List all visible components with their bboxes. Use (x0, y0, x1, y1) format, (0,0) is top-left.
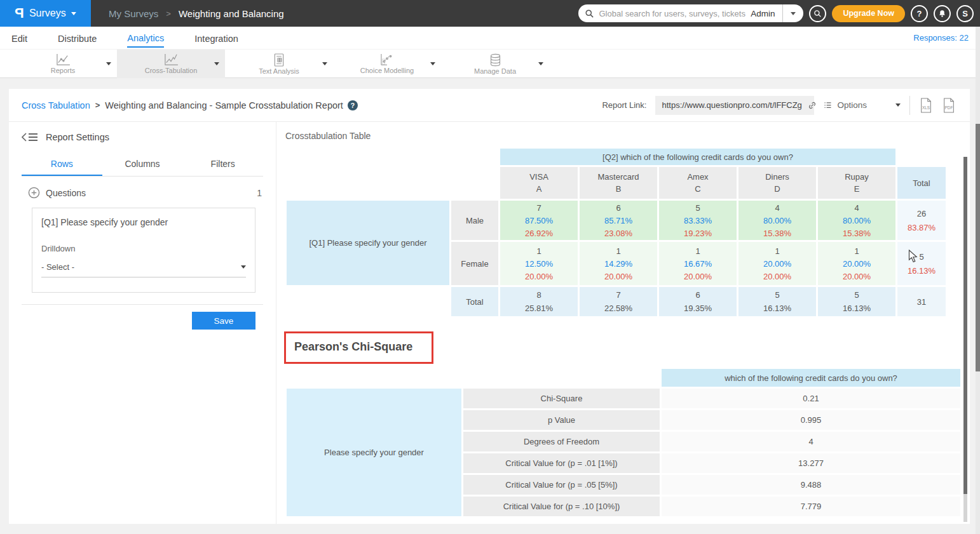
report-link-url[interactable]: https://www.questionpro.com/t/lFFCZg (662, 100, 801, 110)
data-cell: 685.71%23.08% (580, 201, 657, 240)
column-header: VISAA (500, 167, 578, 199)
choice-modelling-dropdown-icon[interactable] (430, 62, 435, 65)
chevron-down-icon (71, 12, 76, 15)
tab-filters[interactable]: Filters (182, 154, 263, 176)
global-search[interactable]: Admin (578, 4, 803, 22)
list-icon (823, 100, 833, 110)
report-settings-panel: Report Settings Rows Columns Filters Que… (9, 122, 276, 524)
toolbar-reports[interactable]: Reports (9, 50, 117, 78)
manage-data-dropdown-icon[interactable] (538, 62, 543, 65)
toolbar-text-analysis[interactable]: Text Analysis (225, 50, 333, 78)
report-link-field[interactable]: https://www.questionpro.com/t/lFFCZg (655, 96, 814, 115)
page-scrollbar-thumb[interactable] (976, 124, 980, 371)
data-cell: 480.00%15.38% (818, 201, 895, 240)
search-input[interactable] (599, 9, 751, 18)
chi-stat-value: 4 (662, 432, 960, 451)
questions-count: 1 (257, 188, 262, 198)
chi-stat-label: p Value (463, 410, 660, 430)
question-text: [Q1] Please specify your gender (41, 217, 246, 227)
line-chart-icon (163, 53, 179, 66)
page-scrollbar[interactable] (976, 27, 980, 534)
drilldown-selected-value: - Select - (41, 262, 74, 272)
chevron-down-icon (241, 265, 246, 269)
annotation-highlight-box: Pearson's Chi-Square (284, 331, 433, 364)
link-icon[interactable] (807, 100, 817, 110)
collapse-panel-icon[interactable] (22, 133, 38, 142)
top-bar-actions: Admin Upgrade Now ? S (578, 0, 974, 27)
toolbar-choice-modelling[interactable]: Choice Modelling (333, 50, 441, 78)
report-header-actions: Report Link: https://www.questionpro.com… (602, 96, 956, 115)
chi-stat-label: Critical Value for (p = .05 [5%]) (463, 475, 660, 495)
notifications-button[interactable] (934, 5, 951, 22)
chi-stat-label: Degrees of Freedom (463, 432, 660, 451)
question-item[interactable]: [Q1] Please specify your gender Drilldow… (32, 208, 255, 293)
cross-tabulation-dropdown-icon[interactable] (214, 62, 219, 65)
report-header: Cross Tabulation > Weighting and Balanci… (9, 89, 970, 122)
line-chart-icon (55, 53, 71, 66)
user-avatar[interactable]: S (956, 5, 974, 22)
search-button[interactable] (809, 5, 826, 22)
plus-circle-icon[interactable] (28, 187, 40, 199)
data-cell: 583.33%19.23% (659, 201, 737, 240)
total-cell: 825.81% (500, 287, 578, 316)
total-cell: 619.35% (659, 287, 737, 316)
svg-text:XLS: XLS (922, 105, 930, 110)
content-scrollbar[interactable] (963, 157, 967, 524)
tab-integration[interactable]: Integration (194, 29, 238, 47)
options-dropdown-icon (895, 103, 901, 107)
chi-row-header: Please specify your gender (287, 389, 461, 516)
total-cell: 516.13% (738, 287, 816, 316)
options-label: Options (837, 100, 867, 110)
toolbar-cross-tabulation[interactable]: Cross-Tabulation (117, 50, 225, 78)
questions-section-header[interactable]: Questions 1 (22, 187, 263, 199)
survey-nav-bar: Edit Distribute Analytics Integration Re… (0, 27, 980, 49)
column-question-banner: [Q2] which of the following credit cards… (500, 149, 895, 165)
total-cell: 516.13% (818, 287, 895, 316)
tab-distribute[interactable]: Distribute (58, 29, 97, 47)
search-scope-admin[interactable]: Admin (751, 9, 782, 18)
data-cell: 114.29%20.00% (580, 242, 657, 285)
chi-stat-label: Critical Value for (p = .01 [1%]) (463, 453, 660, 473)
help-button[interactable]: ? (911, 5, 928, 22)
data-cell: 112.50%20.00% (500, 242, 578, 285)
options-button[interactable]: Options (823, 100, 901, 110)
content-scrollbar-thumb[interactable] (963, 157, 967, 494)
cross-tabulation-breadcrumb-link[interactable]: Cross Tabulation (22, 100, 90, 110)
total-row-label: Total (451, 287, 498, 316)
brand-logo-button[interactable]: P Surveys (0, 0, 91, 27)
data-cell: 480.00%15.38% (738, 201, 816, 240)
export-xls-button[interactable]: XLS (919, 98, 933, 113)
breadcrumb-my-surveys[interactable]: My Surveys (109, 8, 158, 19)
title-help-icon[interactable]: ? (348, 100, 358, 110)
upgrade-now-button[interactable]: Upgrade Now (832, 5, 905, 22)
divider (22, 304, 263, 305)
tab-analytics[interactable]: Analytics (127, 29, 164, 48)
crosstab-section-title: Crosstabulation Table (285, 131, 970, 141)
breadcrumb-separator: > (166, 9, 171, 18)
chi-stat-value: 0.995 (662, 410, 960, 430)
questionpro-logo-icon: P (15, 5, 24, 22)
report-card: Cross Tabulation > Weighting and Balanci… (9, 89, 970, 524)
report-content: Crosstabulation Table [Q2] which of the … (276, 122, 970, 524)
total-cell: 722.58% (580, 287, 657, 316)
export-pdf-button[interactable]: PDF (942, 98, 956, 113)
tab-columns[interactable]: Columns (102, 154, 183, 176)
toolbar-manage-data[interactable]: Manage Data (441, 50, 549, 78)
text-analysis-dropdown-icon[interactable] (322, 62, 327, 65)
toolbar-text-analysis-label: Text Analysis (259, 67, 299, 75)
content-scrollbar-track[interactable] (963, 494, 967, 522)
tab-rows[interactable]: Rows (22, 154, 102, 176)
column-header: AmexC (659, 167, 737, 199)
tab-edit[interactable]: Edit (11, 29, 27, 47)
document-icon (273, 53, 285, 67)
report-link-label: Report Link: (602, 100, 646, 110)
top-bar: P Surveys My Surveys > Weighting and Bal… (0, 0, 980, 27)
chi-stat-value: 13.277 (662, 453, 960, 473)
reports-dropdown-icon[interactable] (106, 62, 111, 65)
save-button[interactable]: Save (192, 312, 255, 330)
drilldown-select[interactable]: - Select - (41, 262, 246, 277)
window-breadcrumb: My Surveys > Weighting and Balancing (109, 8, 284, 19)
page-title: Weighting and Balancing - Sample Crossta… (105, 100, 343, 110)
search-scope-dropdown[interactable] (783, 4, 803, 22)
crosstab-table: [Q2] which of the following credit cards… (285, 147, 948, 318)
